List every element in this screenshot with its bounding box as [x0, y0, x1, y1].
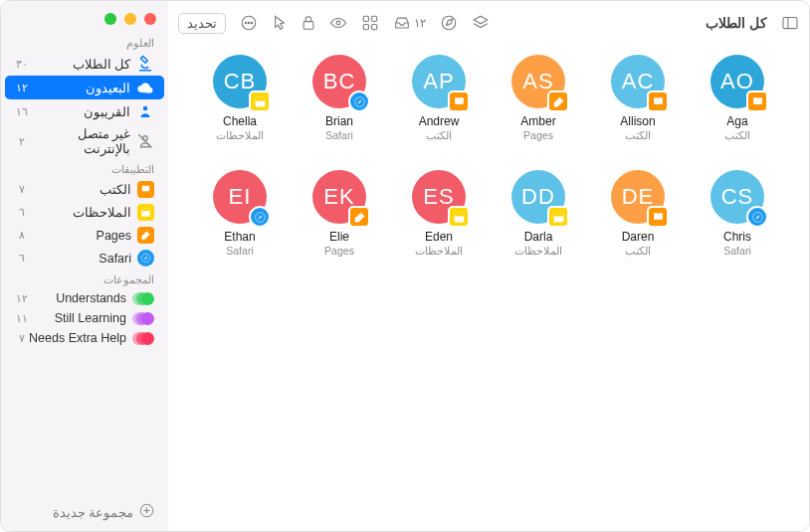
- student-card[interactable]: ASAmberPages: [491, 55, 586, 166]
- student-name: Chris: [723, 230, 751, 244]
- student-card[interactable]: CSChrisSafari: [690, 170, 785, 281]
- sidebar-item-count: ١٢: [15, 82, 29, 94]
- sidebar-item-label: Pages: [97, 229, 131, 243]
- new-group-button[interactable]: مجموعة جديدة: [1, 493, 168, 531]
- svg-point-18: [248, 22, 250, 24]
- student-card[interactable]: EKEliePages: [292, 170, 387, 281]
- student-app: الملاحظات: [514, 245, 562, 257]
- svg-point-19: [251, 22, 253, 24]
- cloud-icon: [136, 79, 154, 96]
- student-name: Daren: [622, 230, 655, 244]
- minimize-window-button[interactable]: [124, 13, 136, 25]
- student-card[interactable]: BCBrianSafari: [292, 55, 387, 166]
- sidebar-item-group-learning[interactable]: Still Learning ١١: [5, 308, 164, 328]
- student-app: Safari: [723, 245, 750, 257]
- student-name: Elie: [329, 230, 349, 244]
- sidebar-item-nearby[interactable]: القريبون ١٦: [5, 99, 164, 123]
- student-app: الكتب: [625, 245, 651, 257]
- sidebar-item-label: الكتب: [100, 182, 131, 197]
- sidebar-item-books[interactable]: الكتب ٧: [5, 178, 164, 201]
- close-window-button[interactable]: [144, 13, 156, 25]
- student-card[interactable]: DDDarlaالملاحظات: [491, 170, 586, 281]
- sidebar-item-count: ١٢: [15, 292, 29, 305]
- window-controls: [1, 9, 168, 33]
- svg-rect-13: [372, 25, 377, 30]
- microscope-icon: [136, 55, 154, 73]
- svg-rect-27: [454, 212, 464, 216]
- pages-icon: [137, 227, 154, 244]
- student-app: الملاحظات: [415, 245, 463, 257]
- student-card[interactable]: DEDarenالكتب: [590, 170, 686, 281]
- student-avatar: ES: [412, 170, 466, 224]
- notes-icon: [137, 204, 154, 221]
- sidebar-item-group-understands[interactable]: Understands ١٢: [5, 288, 164, 308]
- sidebar-item-label: Still Learning: [55, 311, 126, 325]
- student-name: Darla: [524, 230, 553, 244]
- eye-button[interactable]: [329, 16, 347, 30]
- sidebar-item-safari[interactable]: Safari ٦: [5, 247, 164, 269]
- page-title: كل الطلاب: [706, 15, 767, 31]
- student-app: الملاحظات: [216, 129, 264, 141]
- sidebar-item-all-students[interactable]: كل الطلاب ٣٠: [5, 52, 164, 76]
- student-card[interactable]: EIEthanSafari: [192, 170, 288, 281]
- layers-button[interactable]: [472, 14, 490, 32]
- inbox-button[interactable]: ١٢: [393, 16, 426, 30]
- student-card[interactable]: AOAgaالكتب: [690, 55, 785, 166]
- student-name: Eden: [425, 230, 453, 244]
- student-avatar: EI: [213, 170, 267, 224]
- select-button[interactable]: تحديد: [178, 13, 226, 34]
- sidebar-item-remote[interactable]: البعيدون ١٢: [5, 76, 164, 99]
- sidebar-item-count: ٧: [15, 183, 29, 196]
- student-name: Ethan: [224, 230, 255, 244]
- svg-rect-10: [363, 16, 368, 21]
- student-app: Safari: [226, 245, 253, 257]
- books-icon: [137, 181, 154, 198]
- offline-icon: [136, 132, 154, 150]
- sidebar-item-pages[interactable]: Pages ٨: [5, 224, 164, 247]
- section-subject: العلوم: [1, 33, 168, 52]
- plus-circle-icon: [139, 503, 154, 521]
- student-app: الكتب: [724, 129, 750, 141]
- sidebar-item-count: ٧: [15, 332, 29, 345]
- student-app: الكتب: [625, 129, 651, 141]
- student-avatar: AO: [710, 55, 764, 108]
- student-app: Safari: [325, 129, 352, 141]
- student-avatar: BC: [312, 55, 366, 108]
- sidebar-item-count: ١١: [15, 312, 29, 325]
- more-button[interactable]: [240, 14, 258, 32]
- student-card[interactable]: ESEdenالملاحظات: [391, 170, 487, 281]
- group-badge-icon: [132, 332, 154, 345]
- student-name: Amber: [520, 114, 555, 128]
- student-card[interactable]: APAndrewالكتب: [391, 55, 487, 166]
- pointer-button[interactable]: [272, 14, 288, 32]
- student-name: Brian: [325, 114, 353, 128]
- sidebar-item-offline[interactable]: غير متصل بالإنترنت ٢: [5, 123, 164, 159]
- student-avatar: EK: [312, 170, 366, 224]
- sidebar-item-label: Understands: [56, 291, 126, 305]
- student-name: Andrew: [419, 114, 460, 128]
- maximize-window-button[interactable]: [104, 13, 116, 25]
- svg-point-17: [245, 22, 247, 24]
- sidebar-item-notes[interactable]: الملاحظات ٦: [5, 201, 164, 224]
- section-groups: المجموعات: [1, 269, 168, 288]
- student-name: Aga: [726, 114, 747, 128]
- student-avatar: AP: [412, 55, 466, 108]
- sidebar-item-group-help[interactable]: Needs Extra Help ٧: [5, 328, 164, 348]
- main-content: كل الطلاب ١٢ تحديد AOAgaالكتبACAllisonال…: [168, 1, 809, 531]
- compass-button[interactable]: [440, 14, 458, 32]
- student-name: Chella: [223, 114, 257, 128]
- student-avatar: CB: [213, 55, 267, 108]
- apps-grid-button[interactable]: [361, 14, 379, 32]
- student-avatar: CS: [710, 170, 764, 224]
- sidebar-item-count: ٦: [15, 252, 29, 265]
- student-name: Allison: [620, 114, 655, 128]
- student-app: الكتب: [426, 129, 452, 141]
- lock-button[interactable]: [302, 14, 315, 32]
- sidebar-item-count: ٢: [15, 135, 29, 148]
- student-card[interactable]: CBChellaالملاحظات: [192, 55, 288, 166]
- sidebar-item-count: ٦: [15, 206, 29, 219]
- toggle-sidebar-button[interactable]: [781, 16, 799, 30]
- svg-point-14: [336, 21, 340, 25]
- sidebar-item-label: الملاحظات: [73, 205, 131, 220]
- student-card[interactable]: ACAllisonالكتب: [590, 55, 686, 166]
